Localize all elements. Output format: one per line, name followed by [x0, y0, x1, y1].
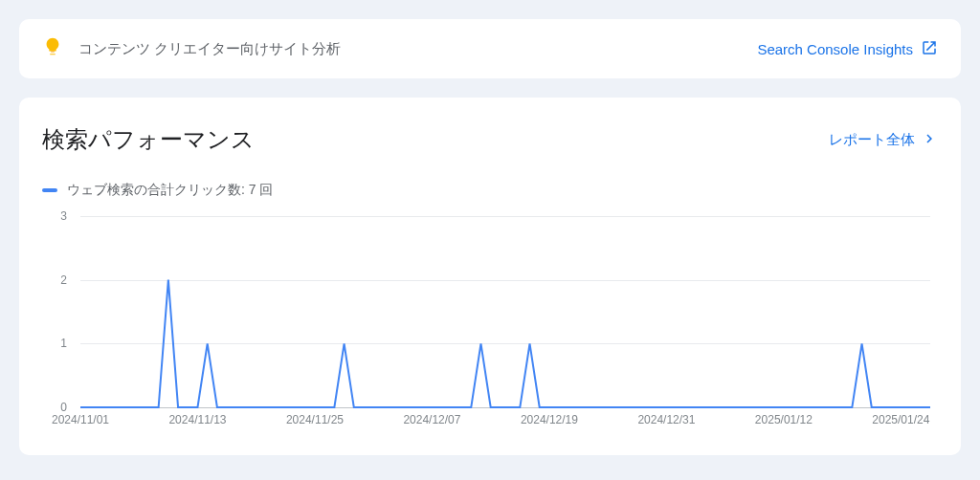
legend-label: ウェブ検索の合計クリック数: 7 回	[67, 182, 273, 199]
banner-text: コンテンツ クリエイター向けサイト分析	[78, 40, 341, 58]
full-report-label: レポート全体	[829, 131, 915, 149]
insights-banner: コンテンツ クリエイター向けサイト分析 Search Console Insig…	[19, 19, 961, 78]
series-path	[80, 280, 930, 407]
y-tick: 0	[60, 401, 67, 414]
y-tick: 3	[60, 209, 67, 223]
y-axis: 0123	[42, 216, 75, 407]
card-header: 検索パフォーマンス レポート全体	[42, 124, 938, 155]
lightbulb-icon	[42, 36, 63, 61]
chevron-right-icon	[921, 130, 938, 150]
full-report-link[interactable]: レポート全体	[829, 130, 938, 150]
x-tick: 2024/12/19	[521, 413, 578, 426]
insights-link[interactable]: Search Console Insights	[757, 39, 938, 59]
y-tick: 2	[60, 273, 67, 287]
chart: 0123 2024/11/012024/11/132024/11/252024/…	[42, 216, 938, 436]
banner-left: コンテンツ クリエイター向けサイト分析	[42, 36, 341, 61]
performance-card: 検索パフォーマンス レポート全体 ウェブ検索の合計クリック数: 7 回 0123…	[19, 98, 961, 455]
plot-area	[80, 216, 930, 407]
x-tick: 2024/12/31	[637, 413, 695, 426]
y-tick: 1	[60, 337, 67, 350]
line-series	[80, 216, 930, 407]
x-tick: 2024/11/25	[286, 413, 344, 426]
card-title: 検索パフォーマンス	[42, 124, 255, 155]
insights-link-label: Search Console Insights	[757, 41, 913, 57]
x-axis: 2024/11/012024/11/132024/11/252024/12/07…	[80, 413, 930, 436]
chart-legend: ウェブ検索の合計クリック数: 7 回	[42, 182, 938, 199]
x-tick: 2025/01/24	[872, 413, 929, 426]
legend-swatch	[42, 188, 57, 192]
external-link-icon	[921, 39, 938, 59]
x-tick: 2024/11/13	[168, 413, 226, 426]
x-tick: 2025/01/12	[755, 413, 813, 426]
x-tick: 2024/11/01	[52, 413, 109, 426]
x-tick: 2024/12/07	[403, 413, 460, 426]
